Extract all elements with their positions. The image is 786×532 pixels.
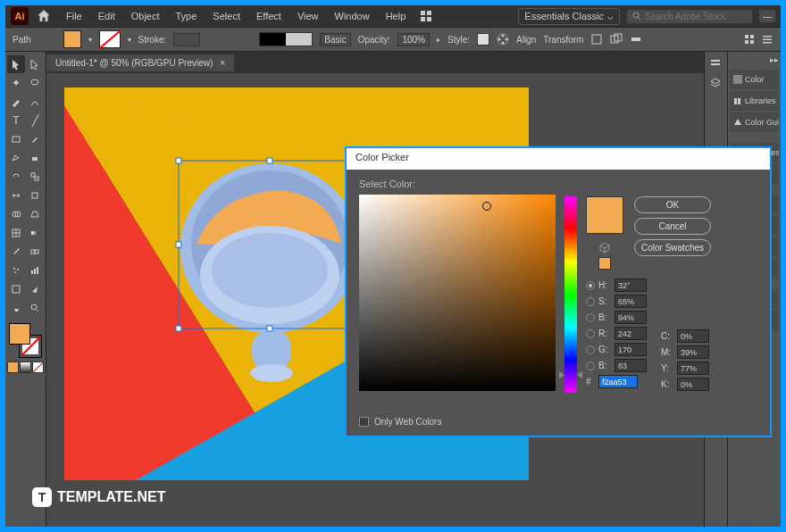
- transform-label[interactable]: Transform: [543, 35, 583, 45]
- stroke-weight-input[interactable]: [173, 33, 200, 46]
- symbol-sprayer-tool[interactable]: [7, 262, 25, 279]
- scale-tool[interactable]: [26, 168, 44, 186]
- cancel-button[interactable]: Cancel: [634, 218, 711, 235]
- panel-libraries[interactable]: Libraries: [730, 91, 779, 111]
- search-box[interactable]: [627, 10, 752, 23]
- r-input[interactable]: [615, 327, 647, 340]
- hand-tool[interactable]: [7, 299, 25, 317]
- chevron-down-icon[interactable]: ▾: [128, 36, 131, 44]
- lasso-tool[interactable]: [26, 74, 44, 92]
- align-to-icon[interactable]: [630, 33, 642, 46]
- shaper-tool[interactable]: [7, 149, 25, 167]
- document-tab[interactable]: Untitled-1* @ 50% (RGB/GPU Preview) ×: [46, 54, 234, 71]
- fill-stroke-widget[interactable]: [7, 323, 43, 357]
- menu-edit[interactable]: Edit: [91, 8, 122, 24]
- fill-color-box[interactable]: [9, 323, 30, 345]
- solid-color-mode[interactable]: [7, 362, 19, 373]
- menu-object[interactable]: Object: [124, 8, 167, 24]
- m-input[interactable]: [677, 345, 709, 359]
- sat-radio[interactable]: [586, 297, 595, 306]
- align-label[interactable]: Align: [516, 35, 536, 45]
- home-icon[interactable]: [36, 8, 52, 24]
- clip-icon[interactable]: [610, 33, 623, 46]
- isolate-icon[interactable]: [590, 33, 603, 46]
- panel-color[interactable]: Color: [730, 70, 779, 89]
- ok-button[interactable]: OK: [634, 196, 711, 213]
- close-icon[interactable]: ×: [220, 58, 225, 68]
- free-transform-tool[interactable]: [26, 187, 44, 204]
- magic-wand-tool[interactable]: ✦: [7, 74, 25, 92]
- mesh-tool[interactable]: [7, 224, 25, 242]
- curvature-tool[interactable]: [26, 93, 44, 111]
- artboard-tool[interactable]: [7, 280, 25, 298]
- selection-tool[interactable]: [7, 55, 25, 73]
- line-tool[interactable]: ╱: [26, 112, 44, 129]
- g-radio[interactable]: [586, 345, 595, 354]
- gradient-tool[interactable]: [26, 224, 44, 242]
- k-input[interactable]: [677, 378, 709, 391]
- menu-file[interactable]: File: [59, 8, 89, 24]
- chevron-right-icon[interactable]: ▸: [437, 36, 440, 44]
- zoom-tool[interactable]: [26, 299, 44, 317]
- web-colors-checkbox[interactable]: [359, 417, 369, 427]
- fill-swatch[interactable]: [63, 30, 81, 48]
- column-graph-tool[interactable]: [26, 262, 44, 279]
- perspective-tool[interactable]: [26, 205, 44, 223]
- search-input[interactable]: [645, 12, 734, 21]
- layers-panel-icon[interactable]: [707, 75, 724, 91]
- recolor-icon[interactable]: [497, 33, 509, 46]
- pen-tool[interactable]: [7, 93, 25, 111]
- menu-effect[interactable]: Effect: [249, 8, 288, 24]
- slice-tool[interactable]: [26, 280, 44, 298]
- gradient-mode[interactable]: [20, 362, 31, 373]
- hue-slider[interactable]: [564, 196, 577, 393]
- hue-radio[interactable]: [586, 281, 595, 290]
- paintbrush-tool[interactable]: [26, 130, 44, 148]
- workspace-selector[interactable]: Essentials Classic ⌵: [518, 8, 620, 25]
- sat-input[interactable]: [615, 295, 647, 308]
- b-radio[interactable]: [586, 362, 595, 370]
- b-input[interactable]: [615, 359, 647, 372]
- r-radio[interactable]: [586, 329, 595, 338]
- bri-input[interactable]: [615, 311, 647, 324]
- y-input[interactable]: [677, 362, 709, 375]
- menu-view[interactable]: View: [290, 8, 326, 24]
- arrange-icon[interactable]: [420, 9, 434, 23]
- eyedropper-tool[interactable]: [7, 243, 25, 261]
- hue-handle-left[interactable]: [559, 371, 564, 378]
- menu-help[interactable]: Help: [379, 8, 414, 24]
- cube-icon[interactable]: [598, 241, 611, 254]
- menu-window[interactable]: Window: [328, 8, 377, 24]
- saturation-value-field[interactable]: [359, 195, 556, 391]
- stroke-swatch[interactable]: [99, 30, 121, 48]
- opacity-value[interactable]: 100%: [397, 33, 430, 46]
- hex-input[interactable]: [598, 375, 638, 388]
- style-swatch[interactable]: [477, 33, 489, 46]
- minimize-button[interactable]: —: [759, 10, 775, 22]
- none-mode[interactable]: [32, 362, 44, 373]
- brush-basic[interactable]: Basic: [320, 33, 350, 46]
- g-input[interactable]: [615, 343, 647, 356]
- blend-tool[interactable]: [26, 243, 44, 261]
- hue-handle-right[interactable]: [577, 371, 582, 378]
- menu-type[interactable]: Type: [169, 8, 205, 24]
- hue-input[interactable]: [615, 278, 647, 292]
- eraser-tool[interactable]: [26, 149, 44, 167]
- rectangle-tool[interactable]: [7, 130, 25, 148]
- panel-collapse-icon[interactable]: ▸▸: [770, 55, 779, 68]
- chevron-down-icon[interactable]: ▾: [88, 36, 92, 44]
- c-input[interactable]: [677, 329, 709, 343]
- menu-select[interactable]: Select: [205, 8, 247, 24]
- panel-color-guide[interactable]: Color Guide: [730, 112, 779, 132]
- direct-selection-tool[interactable]: [26, 55, 44, 73]
- sv-cursor[interactable]: [482, 202, 491, 211]
- menu-icon[interactable]: [761, 33, 773, 46]
- stroke-profile-widget[interactable]: [259, 32, 313, 46]
- bri-radio[interactable]: [586, 313, 595, 322]
- rotate-tool[interactable]: [7, 168, 25, 186]
- properties-panel-icon[interactable]: [707, 55, 724, 71]
- options-icon[interactable]: [743, 33, 756, 46]
- shape-builder-tool[interactable]: [7, 205, 25, 223]
- width-tool[interactable]: [7, 187, 25, 204]
- color-swatches-button[interactable]: Color Swatches: [634, 239, 711, 256]
